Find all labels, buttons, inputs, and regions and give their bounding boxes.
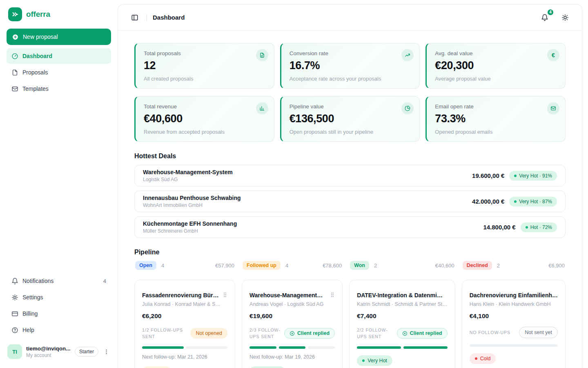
credit-card-icon	[11, 310, 18, 317]
stat-label: Conversion rate	[290, 50, 412, 56]
next-followup: Next follow-up: Mar 21, 2026	[142, 354, 227, 360]
drag-handle-icon[interactable]	[223, 292, 227, 298]
deal-heat-badge: Hot · 72%	[521, 222, 557, 232]
deal-row[interactable]: Innenausbau Penthouse Schwabing WohnArt …	[134, 191, 566, 212]
drag-handle-icon[interactable]	[330, 292, 335, 298]
pipeline-card[interactable]: Fassadenrenovierung Bür… Julia Konrad · …	[134, 280, 235, 368]
dashboard-content: Total proposals 12 All created proposals…	[118, 31, 582, 368]
pipeline-board: Open 4 €57,900 Fassadenrenovierung Bür… …	[134, 261, 566, 368]
pipeline-card[interactable]: DATEV-Integration & Datenmi… Katrin Schm…	[349, 280, 455, 368]
account-kebab-menu[interactable]	[102, 348, 110, 356]
sidebar-item-settings[interactable]: Settings	[7, 289, 111, 305]
file-text-icon	[256, 49, 268, 61]
sidebar-toggle-button[interactable]	[129, 11, 141, 24]
stat-card-email-open-rate: Email open rate 73.3% Opened proposal em…	[425, 96, 566, 142]
stat-value: €20,300	[435, 59, 557, 72]
main-card: Dashboard 4 Total proposals 12	[118, 4, 582, 368]
stat-desc: Acceptance rate across your proposals	[290, 76, 412, 82]
pipeline-column-won: Won 2 €40,600 DATEV-Integration & Datenm…	[349, 261, 455, 368]
deal-company: WohnArt Immobilien GmbH	[143, 202, 241, 208]
offerra-logo-icon	[8, 7, 22, 21]
deal-company: Logistik Süd AG	[143, 177, 233, 182]
deal-row[interactable]: Küchenmontage EFH Sonnenhang Müller Schr…	[134, 216, 566, 238]
column-count: 2	[497, 263, 500, 269]
theme-toggle-sun-button[interactable]	[559, 11, 571, 24]
temperature-badge: Warm	[142, 366, 172, 368]
pipeline-card[interactable]: Dachrenovierung Einfamilienh… Hans Klein…	[462, 280, 566, 368]
heat-dot-icon	[514, 200, 517, 203]
stat-desc: Open proposals still in your pipeline	[290, 129, 412, 135]
sidebar-item-label: Notifications	[22, 278, 53, 284]
stat-value: 12	[144, 59, 266, 72]
column-count: 4	[285, 263, 288, 269]
deal-name: Küchenmontage EFH Sonnenhang	[143, 220, 237, 227]
notification-badge: 4	[547, 9, 554, 16]
hottest-deals-heading: Hottest Deals	[134, 153, 566, 160]
sidebar-item-help[interactable]: Help	[7, 322, 111, 338]
stat-label: Pipeline value	[290, 103, 412, 110]
sidebar-item-billing[interactable]: Billing	[7, 306, 111, 321]
card-contact: Julia Konrad · Konrad Maler & S…	[142, 301, 227, 307]
sidebar-item-notifications[interactable]: Notifications 4	[7, 273, 111, 289]
followups-label: 1/2 FOLLOW-UPS SENT	[142, 327, 187, 340]
stat-value: 73.3%	[435, 112, 557, 125]
sidebar-item-dashboard[interactable]: Dashboard	[7, 48, 111, 64]
deal-heat-badge: Very Hot · 87%	[509, 197, 557, 206]
sidebar-item-label: Settings	[22, 294, 43, 301]
followups-label: NO FOLLOW-UPS	[470, 329, 510, 336]
stat-desc: Opened proposal emails	[435, 129, 557, 135]
account-menu[interactable]: TI tiemo@inviqon.... My account Starter	[7, 339, 111, 361]
sidebar: offerra New proposal Dashboard Proposals…	[0, 0, 118, 368]
temperature-badge: Very Hot	[249, 366, 285, 368]
stat-label: Total revenue	[144, 103, 266, 110]
column-header: Declined 2 €6,900	[462, 261, 566, 270]
deal-value: 42.000,00 €	[472, 198, 504, 205]
temperature-badge: Very Hot	[357, 355, 392, 366]
pipeline-heading: Pipeline	[134, 249, 566, 256]
temp-dot-icon	[362, 359, 365, 362]
deal-value: 19.600,00 €	[472, 172, 504, 179]
user-email: tiemo@inviqon....	[26, 346, 71, 352]
pipeline-column-declined: Declined 2 €6,900 Dachrenovierung Einfam…	[462, 261, 566, 368]
pipeline-column-followed-up: Followed up 4 €78,600 Warehouse-Manageme…	[242, 261, 343, 368]
card-contact: Katrin Schmidt · Schmidt & Partner St…	[357, 301, 448, 307]
notifications-count: 4	[103, 278, 106, 284]
stat-desc: All created proposals	[144, 76, 266, 82]
stat-desc: Revenue from accepted proposals	[144, 129, 266, 135]
deal-row[interactable]: Warehouse-Management-System Logistik Süd…	[134, 165, 566, 186]
card-value: €6,200	[142, 312, 227, 320]
sidebar-item-label: Dashboard	[22, 53, 52, 59]
card-value: €7,400	[357, 312, 448, 320]
column-count: 4	[161, 263, 164, 269]
column-total: €78,600	[323, 263, 342, 269]
email-status-badge: Client replied	[284, 328, 335, 339]
gauge-icon	[11, 53, 18, 60]
card-value: €4,100	[470, 312, 558, 320]
card-value: €19,600	[249, 312, 335, 320]
plus-circle-icon	[12, 34, 19, 40]
sidebar-item-label: Templates	[22, 85, 49, 92]
sidebar-item-templates[interactable]: Templates	[7, 81, 111, 96]
new-proposal-button[interactable]: New proposal	[7, 29, 111, 45]
temp-dot-icon	[475, 357, 477, 360]
pipeline-column-open: Open 4 €57,900 Fassadenrenovierung Bür… …	[134, 261, 235, 368]
page-title: Dashboard	[153, 14, 185, 21]
status-badge-followed-up: Followed up	[243, 261, 281, 270]
card-title: Dachrenovierung Einfamilienh…	[470, 292, 558, 298]
column-count: 2	[374, 263, 377, 269]
euro-icon: €	[547, 49, 559, 61]
sidebar-item-label: Help	[22, 327, 34, 333]
template-mail-icon	[11, 85, 18, 92]
brand: offerra	[7, 7, 111, 29]
plan-badge[interactable]: Starter	[75, 347, 98, 357]
stat-label: Email open rate	[435, 103, 557, 110]
card-title: Warehouse-Management…	[249, 292, 327, 298]
followup-progress	[142, 346, 227, 349]
sidebar-item-proposals[interactable]: Proposals	[7, 65, 111, 80]
column-header: Open 4 €57,900	[134, 261, 235, 270]
brand-name: offerra	[26, 10, 50, 19]
followups-label: 2/3 FOLLOW-UPS SENT	[249, 327, 281, 340]
sidebar-footer: Notifications 4 Settings Billing Help TI…	[7, 273, 111, 361]
pipeline-card[interactable]: Warehouse-Management… Andreas Vogel · Lo…	[242, 280, 343, 368]
main-header: Dashboard 4	[118, 4, 582, 31]
